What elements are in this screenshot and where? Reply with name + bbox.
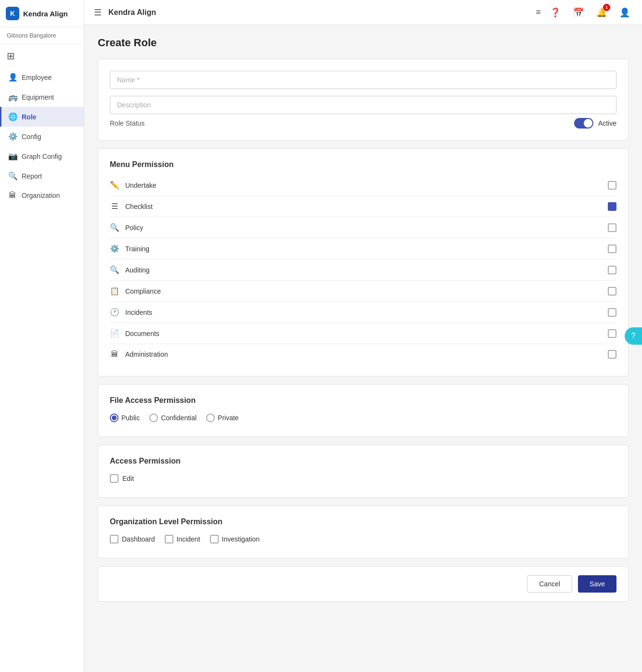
checklist-icon: ☰ [110, 202, 119, 211]
main-wrapper: ☰ Kendra Align ≡ ❓ 📅 🔔 1 👤 Create Role R… [84, 0, 642, 672]
perm-item-policy: 🔍 Policy [110, 217, 616, 238]
role-status-label: Role Status [110, 119, 144, 127]
sidebar-item-label: Report [22, 172, 42, 180]
org-incident-label: Incident [177, 535, 200, 543]
notifications-icon[interactable]: 🔔 1 [594, 5, 609, 20]
checklist-label: Checklist [125, 203, 153, 210]
radio-public-circle [110, 414, 118, 422]
sidebar-item-label: Employee [22, 74, 52, 81]
radio-public-label: Public [121, 414, 140, 422]
org-investigation-checkbox[interactable] [210, 535, 219, 543]
topbar-title: Kendra Align [108, 8, 529, 17]
auditing-checkbox[interactable] [608, 266, 616, 274]
file-access-radio-group: Public Confidential Private [110, 411, 616, 425]
user-avatar-icon[interactable]: 👤 [617, 5, 632, 20]
org-perm-incident[interactable]: Incident [165, 535, 200, 543]
employee-icon: 👤 [8, 73, 17, 82]
org-name: Gibsons Bangalore [0, 27, 84, 44]
file-access-title: File Access Permission [110, 396, 616, 405]
sidebar-item-label: Equipment [22, 93, 54, 101]
checklist-checkbox[interactable] [608, 202, 616, 211]
role-icon: 🌐 [8, 112, 17, 121]
radio-confidential-circle [149, 414, 158, 422]
documents-label: Documents [125, 330, 159, 337]
perm-item-incidents: 🕐 Incidents [110, 302, 616, 323]
fab-button[interactable]: ? [625, 327, 642, 345]
administration-checkbox[interactable] [608, 350, 616, 359]
perm-item-auditing: 🔍 Auditing [110, 259, 616, 281]
sidebar-item-role[interactable]: 🌐 Role [0, 107, 84, 127]
perm-item-documents: 📄 Documents [110, 323, 616, 344]
org-dashboard-checkbox[interactable] [110, 535, 118, 543]
menu-permission-list: ✏️ Undertake ☰ Checklist 🔍 Policy [110, 175, 616, 364]
org-perm-row: Dashboard Incident Investigation [110, 532, 616, 546]
menu-icon[interactable]: ☰ [94, 7, 102, 18]
training-icon: ⚙️ [110, 244, 119, 253]
name-input[interactable] [110, 71, 616, 89]
perm-item-compliance: 📋 Compliance [110, 281, 616, 302]
auditing-icon: 🔍 [110, 265, 119, 274]
sidebar-item-employee[interactable]: 👤 Employee [0, 67, 84, 87]
perm-item-undertake: ✏️ Undertake [110, 175, 616, 196]
perm-item-checklist: ☰ Checklist [110, 196, 616, 217]
calendar-icon[interactable]: 📅 [571, 5, 586, 20]
app-name: Kendra Align [23, 10, 68, 18]
cancel-button[interactable]: Cancel [527, 575, 572, 593]
sidebar-item-graph-config[interactable]: 📷 Graph Config [0, 146, 84, 166]
topbar: ☰ Kendra Align ≡ ❓ 📅 🔔 1 👤 [84, 0, 642, 25]
documents-icon: 📄 [110, 329, 119, 338]
compliance-icon: 📋 [110, 286, 119, 296]
app-logo: K [6, 7, 19, 20]
equipment-icon: 🚌 [8, 92, 17, 102]
training-label: Training [125, 245, 149, 253]
incidents-label: Incidents [125, 309, 152, 316]
org-perm-dashboard[interactable]: Dashboard [110, 535, 155, 543]
access-edit-label: Edit [122, 475, 134, 482]
radio-private[interactable]: Private [206, 414, 239, 422]
incidents-checkbox[interactable] [608, 308, 616, 317]
org-perm-investigation[interactable]: Investigation [210, 535, 260, 543]
compliance-label: Compliance [125, 287, 161, 295]
administration-label: Administration [125, 350, 168, 358]
access-edit-checkbox[interactable] [110, 474, 118, 483]
policy-icon: 🔍 [110, 223, 119, 232]
radio-confidential[interactable]: Confidential [149, 414, 197, 422]
help-icon[interactable]: ❓ [548, 5, 563, 20]
topbar-right-menu-icon[interactable]: ≡ [536, 7, 541, 17]
policy-label: Policy [125, 224, 143, 232]
perm-item-training: ⚙️ Training [110, 238, 616, 259]
menu-permission-title: Menu Permission [110, 160, 616, 169]
documents-checkbox[interactable] [608, 329, 616, 338]
footer-card: Cancel Save [98, 566, 629, 602]
undertake-checkbox[interactable] [608, 181, 616, 190]
sidebar-item-label: Role [22, 113, 36, 121]
policy-checkbox[interactable] [608, 223, 616, 232]
save-button[interactable]: Save [578, 575, 616, 593]
sidebar-item-organization[interactable]: 🏛 Organization [0, 186, 84, 205]
config-icon: ⚙️ [8, 132, 17, 141]
sidebar: K Kendra Align Gibsons Bangalore ⊞ 👤 Emp… [0, 0, 84, 672]
administration-icon: 🏛 [110, 350, 119, 359]
sidebar-item-report[interactable]: 🔍 Report [0, 166, 84, 186]
training-checkbox[interactable] [608, 245, 616, 253]
access-permission-card: Access Permission Edit [98, 445, 629, 498]
sidebar-item-equipment[interactable]: 🚌 Equipment [0, 87, 84, 107]
graph-config-icon: 📷 [8, 152, 17, 161]
radio-public[interactable]: Public [110, 414, 140, 422]
active-label: Active [598, 119, 616, 127]
radio-private-label: Private [218, 414, 239, 422]
role-status-toggle[interactable] [574, 118, 593, 129]
org-dashboard-label: Dashboard [122, 535, 155, 543]
sidebar-item-config[interactable]: ⚙️ Config [0, 127, 84, 146]
report-icon: 🔍 [8, 171, 17, 181]
compliance-checkbox[interactable] [608, 287, 616, 296]
org-level-permission-card: Organization Level Permission Dashboard … [98, 505, 629, 558]
sidebar-item-label: Config [22, 133, 41, 141]
sidebar-item-label: Graph Config [22, 153, 62, 160]
org-incident-checkbox[interactable] [165, 535, 173, 543]
org-level-title: Organization Level Permission [110, 517, 616, 526]
basic-info-card: Role Status Active [98, 59, 629, 141]
description-input[interactable] [110, 96, 616, 114]
perm-item-administration: 🏛 Administration [110, 344, 616, 364]
grid-icon[interactable]: ⊞ [0, 44, 84, 67]
